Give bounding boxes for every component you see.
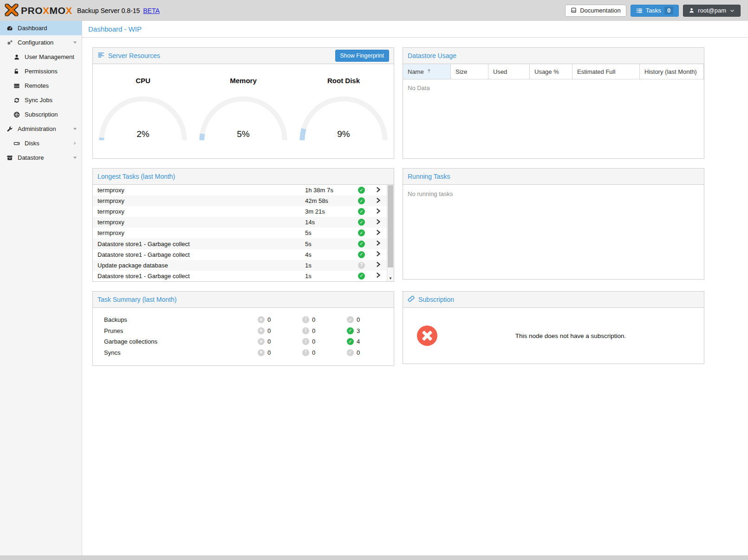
ticket-icon: [408, 295, 415, 304]
wrench-icon: [6, 126, 14, 132]
longest-tasks-panel: Longest Tasks (last Month) termproxy 1h …: [92, 168, 394, 282]
task-row[interactable]: termproxy 14s ✓: [93, 217, 387, 228]
gauge-value: 2%: [98, 129, 189, 139]
sidebar-item-label: Subscription: [25, 111, 58, 118]
chevron-right-icon: [375, 272, 382, 280]
task-open-button[interactable]: [369, 197, 387, 205]
task-duration: 4s: [305, 251, 354, 258]
task-row[interactable]: termproxy 5s ✓: [93, 228, 387, 238]
ok-count-icon: ✓: [347, 316, 354, 323]
task-name: termproxy: [93, 229, 305, 236]
task-duration: 42m 58s: [305, 197, 354, 204]
sidebar-item-label: User Management: [25, 53, 74, 60]
task-open-button[interactable]: [369, 250, 387, 259]
sidebar-item-sync-jobs[interactable]: Sync Jobs: [0, 93, 82, 107]
sidebar-item-label: Sync Jobs: [25, 97, 52, 104]
datastore-usage-panel: Datastore Usage NameSizeUsedUsage %Estim…: [403, 47, 704, 159]
task-row[interactable]: termproxy 42m 58s ✓: [93, 195, 387, 206]
gauges: CPU 2% Memory 5% Root Disk 9%: [93, 64, 394, 158]
error-count-icon: ×: [258, 316, 265, 323]
task-row[interactable]: Datastore store1 - Garbage collect 1s ✓: [93, 271, 387, 281]
sidebar-item-configuration[interactable]: Configuration: [0, 35, 82, 50]
task-name: Datastore store1 - Garbage collect: [93, 273, 305, 280]
task-open-button[interactable]: [369, 229, 387, 237]
scrollbar-down-arrow[interactable]: ▼: [387, 276, 394, 281]
sidebar-item-label: Configuration: [18, 39, 53, 46]
summary-label: Garbage collections: [104, 338, 258, 345]
gauge-arc: 2%: [98, 95, 189, 142]
task-row[interactable]: termproxy 1h 38m 7s ✓: [93, 185, 387, 195]
column-header-usage-[interactable]: Usage %: [530, 64, 572, 79]
product-subtitle: Backup Server 0.8-15: [77, 7, 140, 14]
task-open-button[interactable]: [369, 218, 387, 227]
summary-row-backups: Backups ×0 !0 ✓0: [93, 314, 394, 326]
sidebar-item-disks[interactable]: Disks: [0, 136, 82, 150]
task-name: Update package database: [93, 262, 305, 269]
sidebar-item-dashboard[interactable]: Dashboard: [0, 21, 82, 35]
task-row[interactable]: Datastore store1 - Garbage collect 5s ✓: [93, 238, 387, 249]
sidebar-item-permissions[interactable]: Permissions: [0, 64, 82, 78]
refresh-icon: [13, 97, 21, 104]
task-row[interactable]: termproxy 3m 21s ✓: [93, 206, 387, 217]
column-header-estimated-full[interactable]: Estimated Full: [572, 64, 640, 79]
sidebar-item-administration[interactable]: Administration: [0, 122, 82, 136]
column-header-name[interactable]: Name: [403, 64, 451, 79]
sidebar-item-datastore[interactable]: Datastore: [0, 150, 82, 165]
sidebar-item-label: Administration: [18, 125, 56, 132]
scrollbar-thumb[interactable]: [388, 185, 393, 267]
summary-label: Backups: [104, 316, 258, 323]
ok-count-icon: ✓: [347, 327, 354, 334]
collapse-down-icon: [72, 39, 78, 46]
ok-count-icon: ✓: [347, 338, 354, 345]
book-icon: [571, 7, 577, 13]
chevron-right-icon: [375, 208, 382, 216]
task-name: termproxy: [93, 187, 305, 194]
beta-link[interactable]: BETA: [143, 7, 160, 14]
task-name: termproxy: [93, 197, 305, 204]
tasks-button[interactable]: Tasks 0: [631, 5, 679, 17]
task-open-button[interactable]: [369, 240, 387, 248]
task-row[interactable]: Update package database 1s ?: [93, 260, 387, 271]
column-header-used[interactable]: Used: [488, 64, 530, 79]
summary-row-prunes: Prunes ×0 !0 ✓3: [93, 326, 394, 337]
documentation-button[interactable]: Documentation: [565, 5, 626, 17]
task-row[interactable]: Datastore store1 - Garbage collect 4s ✓: [93, 249, 387, 260]
running-tasks-empty-text: No running tasks: [403, 185, 704, 279]
task-unknown-icon: ?: [358, 262, 365, 269]
chevron-right-icon: [375, 240, 382, 248]
show-fingerprint-button[interactable]: Show Fingerprint: [335, 50, 390, 62]
sidebar-item-subscription[interactable]: Subscription: [0, 107, 82, 122]
vertical-scrollbar[interactable]: ▼: [387, 185, 394, 281]
sidebar-item-label: Permissions: [25, 68, 58, 75]
dashboard-content: Server Resources Show Fingerprint CPU 2%…: [82, 38, 748, 555]
gauge-label: Memory: [230, 77, 257, 85]
ok-count: 3: [357, 327, 360, 334]
task-duration: 1s: [305, 273, 354, 280]
tasks-count-badge: 0: [664, 7, 673, 14]
task-open-button[interactable]: [369, 261, 387, 269]
user-menu-button[interactable]: root@pam: [683, 5, 741, 17]
summary-label: Prunes: [104, 327, 258, 334]
chevron-right-icon: [375, 250, 382, 259]
warning-count-icon: !: [302, 327, 309, 334]
task-open-button[interactable]: [369, 186, 387, 195]
column-header-history-last-month-[interactable]: History (last Month): [640, 64, 704, 79]
sidebar-item-remotes[interactable]: Remotes: [0, 78, 82, 93]
task-open-button[interactable]: [369, 208, 387, 216]
panel-title: Subscription: [418, 296, 454, 303]
hdd-icon: [13, 140, 21, 147]
task-open-button[interactable]: [369, 272, 387, 280]
sidebar-item-user-management[interactable]: User Management: [0, 50, 82, 64]
task-duration: 3m 21s: [305, 208, 354, 215]
panel-title: Longest Tasks (last Month): [98, 173, 175, 180]
task-ok-icon: ✓: [358, 197, 365, 204]
error-count: 0: [267, 349, 271, 356]
chevron-right-icon: [375, 186, 382, 195]
task-list-icon: [636, 7, 643, 14]
archive-icon: [6, 155, 14, 161]
subscription-message: This node does not have a subscription.: [437, 332, 704, 339]
server-list-icon: [13, 83, 21, 89]
gauge-value: 9%: [298, 129, 389, 139]
column-header-size[interactable]: Size: [451, 64, 488, 79]
sort-up-icon: [426, 68, 432, 75]
